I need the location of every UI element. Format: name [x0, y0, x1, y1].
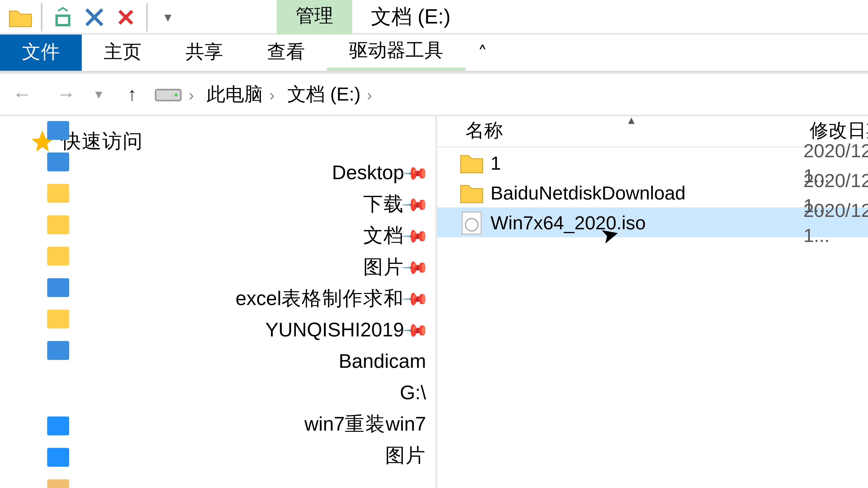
drive-icon — [154, 82, 182, 107]
tab-drive-tools[interactable]: 驱动器工具 — [327, 35, 465, 71]
folder-icon — [459, 180, 484, 205]
crumb-drive[interactable]: 文档 (E:) — [278, 74, 367, 115]
pin-icon: 📌 — [400, 252, 430, 282]
tab-home[interactable]: 主页 — [82, 35, 164, 71]
sort-asc-icon: ▴ — [628, 113, 634, 127]
qat-dropdown-icon[interactable]: ▾ — [154, 2, 182, 31]
pin-icon: 📌 — [400, 315, 430, 345]
tab-file[interactable]: 文件 — [0, 35, 82, 71]
col-name[interactable]: ▴ 名称 — [459, 116, 803, 146]
chevron-right-icon[interactable]: › — [270, 86, 278, 103]
svg-point-2 — [175, 94, 178, 97]
app-icon — [6, 2, 35, 31]
address-bar: ← → ▾ ↑ › 此电脑 › 文档 (E:) › ˅ ↻ 搜索"文档 (E:)… — [0, 72, 868, 116]
folder-icon — [459, 150, 484, 175]
contextual-tab-label[interactable]: 管理 — [277, 0, 352, 34]
svg-rect-0 — [57, 15, 69, 24]
svg-rect-9 — [47, 247, 69, 265]
pin-icon: 📌 — [400, 221, 430, 251]
svg-rect-15 — [47, 416, 69, 435]
pin-icon: 📌 — [400, 284, 430, 314]
up-button[interactable]: ↑ — [110, 73, 154, 116]
col-date[interactable]: 修改日期 — [803, 116, 868, 146]
svg-rect-10 — [47, 278, 69, 297]
svg-rect-12 — [47, 341, 69, 360]
qat-clip-icon[interactable] — [80, 2, 108, 31]
svg-rect-11 — [47, 310, 69, 328]
ribbon: 文件 主页 共享 查看 驱动器工具 ˄ ? — [0, 35, 868, 72]
svg-rect-6 — [47, 153, 69, 171]
forward-button[interactable]: → — [44, 73, 88, 116]
breadcrumb[interactable]: › 此电脑 › 文档 (E:) › — [154, 74, 868, 115]
tab-share[interactable]: 共享 — [163, 35, 245, 71]
chevron-right-icon[interactable]: › — [367, 86, 375, 103]
qat-delete-icon[interactable] — [112, 2, 140, 31]
pin-icon: 📌 — [400, 189, 430, 219]
file-list-area: ▴ 名称 修改日期 类型 大小 12020/12/15, 星期二 1...文件夹… — [437, 116, 868, 488]
title-bar: ▾ 管理 文档 (E:) — ▢ ✕ — [0, 0, 868, 35]
svg-rect-17 — [47, 479, 69, 488]
back-button[interactable]: ← — [0, 73, 44, 116]
iso-icon — [459, 210, 484, 235]
window-title: 文档 (E:) — [371, 2, 451, 31]
pin-icon: 📌 — [400, 158, 430, 188]
svg-rect-16 — [47, 448, 69, 466]
column-headers[interactable]: ▴ 名称 修改日期 类型 大小 — [437, 116, 868, 148]
svg-rect-5 — [47, 121, 69, 140]
file-rows[interactable]: 12020/12/15, 星期二 1...文件夹BaiduNetdiskDown… — [437, 148, 868, 488]
history-dropdown[interactable]: ▾ — [88, 73, 110, 116]
navigation-pane[interactable]: 快速访问 Desktop📌下载📌文档📌图片📌excel表格制作求和📌YUNQIS… — [0, 116, 437, 488]
crumb-this-pc[interactable]: 此电脑 — [197, 74, 270, 115]
chevron-right-icon[interactable]: › — [189, 86, 197, 103]
item-icon — [46, 476, 304, 488]
qat-properties-icon[interactable] — [49, 2, 77, 31]
svg-rect-8 — [47, 215, 69, 234]
tab-view[interactable]: 查看 — [245, 35, 327, 71]
file-row[interactable]: Win7x64_2020.iso2020/12/25, 星期五 1...光盘映像… — [437, 207, 868, 237]
collapse-ribbon-icon[interactable]: ˄ — [465, 35, 500, 71]
svg-rect-7 — [47, 184, 69, 203]
